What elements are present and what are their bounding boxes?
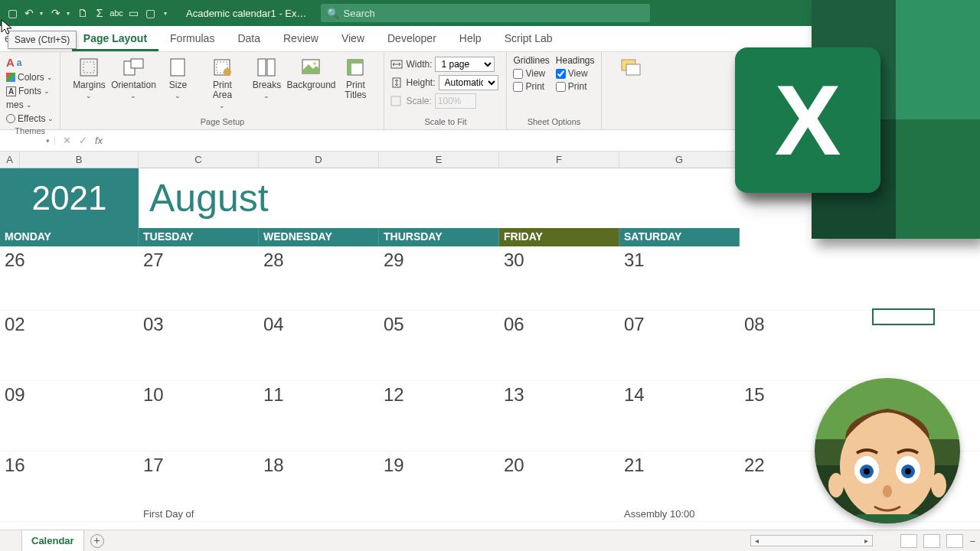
new-file-icon[interactable]: 🗋 — [77, 7, 89, 19]
svg-rect-3 — [131, 59, 143, 68]
col-header-E[interactable]: E — [379, 152, 499, 168]
headings-view-checkbox[interactable]: View — [556, 68, 595, 79]
day-cell[interactable]: 06 — [499, 311, 619, 380]
print-area-button[interactable]: PrintArea⌄ — [200, 55, 244, 111]
search-box[interactable]: 🔍 Search — [321, 4, 650, 22]
day-cell[interactable]: 31 — [619, 246, 740, 310]
week-row: 262728293031 — [0, 246, 980, 311]
fonts-button[interactable]: AFonts ⌄ — [6, 85, 50, 97]
sheet-tab-calendar[interactable]: Calendar — [21, 530, 84, 552]
enter-formula-icon[interactable]: ✓ — [79, 135, 87, 146]
tab-formulas[interactable]: Formulas — [158, 28, 226, 51]
day-cell[interactable]: 09 — [0, 381, 139, 451]
form-icon[interactable]: ▭ — [127, 7, 139, 19]
screen-icon[interactable]: ▢ — [144, 7, 156, 19]
day-cell[interactable]: 29 — [379, 246, 499, 310]
height-icon — [390, 77, 403, 88]
zoom-out-icon[interactable]: − — [969, 536, 975, 547]
day-cell[interactable]: 03 — [139, 311, 259, 380]
day-cell[interactable]: 13 — [499, 381, 619, 451]
page-break-view-button[interactable] — [946, 534, 963, 548]
undo-dropdown-icon[interactable]: ▾ — [40, 10, 45, 17]
day-cell[interactable]: 10 — [139, 381, 259, 451]
day-header-wednesday[interactable]: WEDNESDAY — [259, 228, 379, 246]
col-header-D[interactable]: D — [259, 152, 379, 168]
gridlines-view-checkbox[interactable]: View — [513, 68, 549, 79]
normal-view-button[interactable] — [900, 534, 917, 548]
redo-icon[interactable]: ↷ — [50, 7, 62, 19]
redo-dropdown-icon[interactable]: ▾ — [67, 10, 72, 17]
day-cell[interactable]: 02 — [0, 311, 139, 380]
col-header-F[interactable]: F — [499, 152, 619, 168]
day-cell[interactable]: 04 — [259, 311, 379, 380]
fx-icon[interactable]: fx — [95, 135, 103, 146]
svg-point-27 — [883, 485, 892, 497]
day-cell[interactable]: 18 — [259, 452, 379, 521]
bring-forward-button[interactable] — [608, 55, 652, 78]
autosave-icon[interactable]: ▢ — [6, 7, 18, 19]
scroll-right-icon[interactable]: ▸ — [861, 536, 872, 545]
width-select[interactable]: 1 page — [435, 57, 495, 72]
print-titles-button[interactable]: PrintTitles — [333, 55, 377, 100]
tab-help[interactable]: Help — [448, 28, 493, 51]
tab-view[interactable]: View — [330, 28, 376, 51]
colors-button[interactable]: Colors ⌄ — [6, 71, 53, 83]
col-header-A[interactable]: A — [0, 152, 20, 168]
day-header-saturday[interactable]: SATURDAY — [619, 228, 740, 246]
page-layout-view-button[interactable] — [923, 534, 940, 548]
tab-review[interactable]: Review — [272, 28, 330, 51]
horizontal-scrollbar[interactable]: ◂ ▸ — [750, 535, 873, 546]
col-header-G[interactable]: G — [619, 152, 740, 168]
day-header-friday[interactable]: FRIDAY — [499, 228, 619, 246]
day-cell[interactable]: 21Assembly 10:00 — [619, 452, 740, 521]
day-cell[interactable]: 08 — [740, 311, 860, 380]
day-cell[interactable]: 27 — [139, 246, 259, 310]
height-select[interactable]: Automatic — [439, 75, 498, 90]
orientation-button[interactable]: Orientation⌄ — [111, 55, 155, 101]
year-cell[interactable]: 2021 — [0, 168, 139, 228]
day-cell[interactable]: 05 — [379, 311, 499, 380]
col-header-C[interactable]: C — [139, 152, 259, 168]
margins-button[interactable]: Margins⌄ — [67, 55, 111, 101]
new-sheet-button[interactable]: + — [90, 534, 104, 548]
effects-button[interactable]: Effects ⌄ — [6, 112, 54, 125]
day-cell[interactable]: 17First Day of — [139, 452, 259, 521]
group-page-setup: Margins⌄Orientation⌄Size⌄PrintArea⌄Break… — [60, 52, 384, 129]
day-cell[interactable]: 19 — [379, 452, 499, 521]
day-cell[interactable]: 12 — [379, 381, 499, 451]
undo-icon[interactable]: ↶ — [23, 7, 35, 19]
active-cell-selection — [872, 308, 935, 325]
themes-mes-button[interactable]: mes ⌄ — [6, 99, 32, 111]
day-header-thursday[interactable]: THURSDAY — [379, 228, 499, 246]
spellcheck-icon[interactable]: abc — [110, 7, 122, 19]
headings-print-checkbox[interactable]: Print — [556, 81, 595, 92]
day-cell[interactable]: 16 — [0, 452, 139, 521]
tab-page-layout[interactable]: Page Layout — [72, 28, 158, 51]
name-box[interactable]: ▾ — [0, 137, 55, 145]
day-cell[interactable]: 20 — [499, 452, 619, 521]
svg-rect-1 — [83, 62, 94, 73]
formula-bar-buttons: ✕ ✓ fx — [55, 135, 110, 146]
day-cell[interactable]: 26 — [0, 246, 139, 310]
breaks-button[interactable]: Breaks⌄ — [244, 55, 289, 101]
day-cell[interactable]: 14 — [619, 381, 740, 451]
day-header-monday[interactable]: MONDAY — [0, 228, 139, 246]
qat-customize-icon[interactable]: ▾ — [164, 10, 169, 17]
size-button[interactable]: Size⌄ — [155, 55, 200, 101]
scroll-left-icon[interactable]: ◂ — [751, 536, 763, 545]
background-button[interactable]: Background — [289, 55, 333, 90]
themes-aa-icon[interactable]: Aa — [6, 55, 22, 70]
day-cell[interactable]: 11 — [259, 381, 379, 451]
tab-developer[interactable]: Developer — [376, 28, 448, 51]
tab-data[interactable]: Data — [226, 28, 272, 51]
col-header-B[interactable]: B — [20, 152, 139, 168]
day-header-tuesday[interactable]: TUESDAY — [139, 228, 259, 246]
tab-script-lab[interactable]: Script Lab — [493, 28, 564, 51]
day-cell[interactable]: 28 — [259, 246, 379, 310]
autosum-icon[interactable]: Σ — [93, 7, 106, 19]
day-cell[interactable]: 07 — [619, 311, 740, 380]
gridlines-print-checkbox[interactable]: Print — [513, 81, 549, 92]
cancel-formula-icon[interactable]: ✕ — [63, 135, 71, 146]
day-cell[interactable]: 30 — [499, 246, 619, 310]
day-cell[interactable] — [740, 246, 860, 310]
